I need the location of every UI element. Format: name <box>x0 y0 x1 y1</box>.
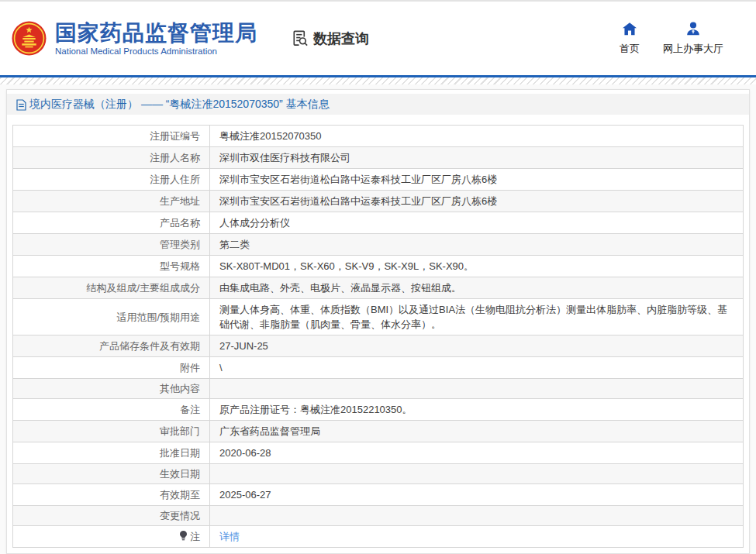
table-row: 产品名称人体成分分析仪 <box>13 212 744 234</box>
table-row: 管理类别第二类 <box>13 234 744 256</box>
row-value: 详情 <box>210 526 744 548</box>
table-row: 注册证编号粤械注准20152070350 <box>13 126 744 147</box>
row-value: 深圳市宝安区石岩街道松白路中运泰科技工业厂区厂房八栋6楼 <box>210 191 744 212</box>
row-label: 管理类别 <box>13 234 210 256</box>
data-query-label: 数据查询 <box>313 29 369 48</box>
data-query-tab[interactable]: 数据查询 <box>290 29 369 48</box>
org-name-en: National Medical Products Administration <box>55 46 257 56</box>
table-row: 附件\ <box>13 357 744 379</box>
row-label: 适用范围/预期用途 <box>13 299 210 335</box>
row-label: 注册证编号 <box>13 126 210 147</box>
row-value: SK-X80T-MD01，SK-X60，SK-V9，SK-X9L，SK-X90。 <box>210 256 744 277</box>
row-label: 批准日期 <box>13 442 210 464</box>
hatch-band <box>0 77 756 84</box>
row-label: 结构及组成/主要组成成分 <box>13 277 210 299</box>
row-value: 人体成分分析仪 <box>210 212 744 234</box>
info-table-body: 注册证编号粤械注准20152070350注册人名称深圳市双佳医疗科技有限公司注册… <box>13 126 744 548</box>
org-name: 国家药品监督管理局 <box>55 21 257 45</box>
row-label: 审批部门 <box>13 421 210 442</box>
row-value: 测量人体身高、体重、体质指数（BMI）以及通过BIA法（生物电阻抗分析法）测量出… <box>210 299 744 335</box>
data-query-icon <box>290 29 309 48</box>
row-label: 有效期至 <box>13 484 210 506</box>
table-row: 生效日期 <box>13 464 744 484</box>
row-label: 附件 <box>13 357 210 379</box>
home-icon <box>622 22 637 39</box>
page-title: 境内医疗器械（注册） —— “粤械注准20152070350” 基本信息 <box>7 94 749 115</box>
row-value <box>210 464 744 484</box>
row-label: 备注 <box>13 399 210 421</box>
table-wrap: 注册证编号粤械注准20152070350注册人名称深圳市双佳医疗科技有限公司注册… <box>12 125 744 548</box>
row-value: 由集成电路、外壳、电极片、液晶显示器、按钮组成。 <box>210 277 744 299</box>
table-row: 适用范围/预期用途测量人体身高、体重、体质指数（BMI）以及通过BIA法（生物电… <box>13 299 744 335</box>
row-label: 产品名称 <box>13 212 210 234</box>
table-row: 变更情况 <box>13 506 744 526</box>
row-label: 生产地址 <box>13 191 210 212</box>
row-value: 粤械注准20152070350 <box>210 126 744 147</box>
table-row: 审批部门广东省药品监督管理局 <box>13 421 744 442</box>
header-nav: 首页 网上办事大厅 <box>620 22 723 56</box>
nav-service-hall[interactable]: 网上办事大厅 <box>663 22 723 56</box>
row-value <box>210 506 744 526</box>
nav-home-label: 首页 <box>620 42 640 56</box>
table-row: 有效期至2025-06-27 <box>13 484 744 506</box>
info-table: 注册证编号粤械注准20152070350注册人名称深圳市双佳医疗科技有限公司注册… <box>12 125 744 548</box>
page-title-text: 境内医疗器械（注册） —— “粤械注准20152070350” 基本信息 <box>29 98 330 112</box>
table-row: 产品储存条件及有效期27-JUN-25 <box>13 335 744 357</box>
table-row: 其他内容 <box>13 379 744 399</box>
table-row: 结构及组成/主要组成成分由集成电路、外壳、电极片、液晶显示器、按钮组成。 <box>13 277 744 299</box>
row-value: 第二类 <box>210 234 744 256</box>
nmpa-logo[interactable]: 国家药品监督管理局 National Medical Products Admi… <box>12 21 257 56</box>
content-area: 境内医疗器械（注册） —— “粤械注准20152070350” 基本信息 注册证… <box>0 84 756 554</box>
row-label: 生效日期 <box>13 464 210 484</box>
bulb-icon <box>179 531 188 541</box>
site-header: 国家药品监督管理局 National Medical Products Admi… <box>0 2 756 75</box>
national-emblem-icon <box>12 21 47 56</box>
table-row: 注册人名称深圳市双佳医疗科技有限公司 <box>13 147 744 169</box>
row-value: 深圳市宝安区石岩街道松白路中运泰科技工业厂区厂房八栋6楼 <box>210 169 744 191</box>
table-row: 型号规格SK-X80T-MD01，SK-X60，SK-V9，SK-X9L，SK-… <box>13 256 744 277</box>
row-value: 2025-06-27 <box>210 484 744 506</box>
row-label: 产品储存条件及有效期 <box>13 335 210 357</box>
row-value: 原产品注册证号：粤械注准20152210350。 <box>210 399 744 421</box>
document-icon <box>16 99 26 111</box>
row-value: \ <box>210 357 744 379</box>
user-icon <box>685 22 701 39</box>
detail-link[interactable]: 详情 <box>219 531 240 542</box>
table-row: 生产地址深圳市宝安区石岩街道松白路中运泰科技工业厂区厂房八栋6楼 <box>13 191 744 212</box>
row-label: 注册人住所 <box>13 169 210 191</box>
row-label: 注 <box>13 526 210 548</box>
row-label: 型号规格 <box>13 256 210 277</box>
row-value: 27-JUN-25 <box>210 335 744 357</box>
row-value: 深圳市双佳医疗科技有限公司 <box>210 147 744 169</box>
table-row: 批准日期2020-06-28 <box>13 442 744 464</box>
info-card: 境内医疗器械（注册） —— “粤械注准20152070350” 基本信息 注册证… <box>6 89 750 554</box>
table-row: 备注原产品注册证号：粤械注准20152210350。 <box>13 399 744 421</box>
row-label: 变更情况 <box>13 506 210 526</box>
nav-service-hall-label: 网上办事大厅 <box>663 42 723 56</box>
nav-home[interactable]: 首页 <box>620 22 640 56</box>
row-value: 2020-06-28 <box>210 442 744 464</box>
table-row: 注详情 <box>13 526 744 548</box>
row-value: 广东省药品监督管理局 <box>210 421 744 442</box>
table-row: 注册人住所深圳市宝安区石岩街道松白路中运泰科技工业厂区厂房八栋6楼 <box>13 169 744 191</box>
row-label: 注册人名称 <box>13 147 210 169</box>
row-value <box>210 379 744 399</box>
row-label: 其他内容 <box>13 379 210 399</box>
